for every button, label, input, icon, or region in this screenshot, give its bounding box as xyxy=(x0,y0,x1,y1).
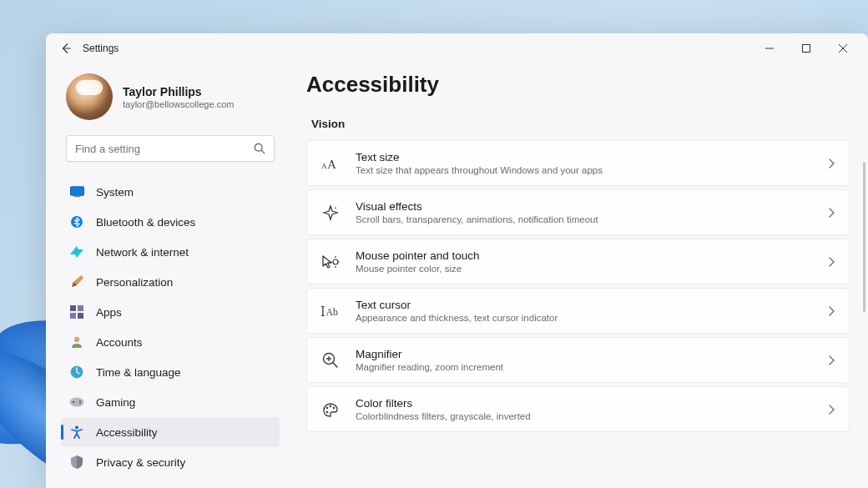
sidebar-item-label: System xyxy=(96,186,134,199)
sidebar-item-label: Personalization xyxy=(96,276,173,289)
sidebar-item-accounts[interactable]: Accounts xyxy=(61,327,280,357)
card-mouse-pointer[interactable]: Mouse pointer and touch Mouse pointer co… xyxy=(306,239,850,284)
window-title: Settings xyxy=(83,43,119,54)
svg-point-6 xyxy=(255,143,262,151)
card-title: Visual effects xyxy=(356,200,814,213)
settings-window: Settings Taylor Phillips taylor@bellowsc… xyxy=(46,33,868,488)
bluetooth-icon xyxy=(69,214,84,229)
scrollbar[interactable] xyxy=(863,162,865,312)
svg-point-30 xyxy=(326,406,329,409)
svg-point-19 xyxy=(73,401,74,403)
minimize-button[interactable] xyxy=(751,35,788,62)
sidebar-item-label: Accessibility xyxy=(96,426,158,439)
sidebar-item-label: Network & internet xyxy=(96,246,189,259)
card-text-cursor[interactable]: Ab Text cursor Appearance and thickness,… xyxy=(306,288,850,334)
sidebar-item-label: Accounts xyxy=(96,336,143,349)
magnifier-icon xyxy=(320,350,341,370)
apps-icon xyxy=(69,304,84,319)
search-box[interactable] xyxy=(66,135,275,162)
sidebar-item-label: Bluetooth & devices xyxy=(96,216,195,229)
accounts-icon xyxy=(69,335,84,350)
chevron-right-icon xyxy=(829,355,835,365)
profile-name: Taylor Phillips xyxy=(123,85,234,98)
svg-line-29 xyxy=(333,363,337,367)
card-title: Text size xyxy=(356,151,814,164)
svg-point-33 xyxy=(326,410,329,413)
sidebar-item-network[interactable]: Network & internet xyxy=(61,237,280,267)
card-text-size[interactable]: AA Text size Text size that appears thro… xyxy=(306,140,850,186)
chevron-right-icon xyxy=(829,405,835,415)
section-label: Vision xyxy=(311,118,850,130)
sidebar-item-accessibility[interactable]: Accessibility xyxy=(61,417,280,447)
mouse-pointer-icon xyxy=(320,252,341,272)
chevron-right-icon xyxy=(829,208,835,218)
sidebar-item-label: Time & language xyxy=(96,366,181,379)
card-magnifier[interactable]: Magnifier Magnifier reading, zoom increm… xyxy=(306,337,850,383)
svg-text:A: A xyxy=(321,161,327,169)
svg-text:Ab: Ab xyxy=(326,305,339,317)
sidebar-item-privacy[interactable]: Privacy & security xyxy=(61,447,280,477)
card-title: Text cursor xyxy=(356,299,814,311)
gaming-icon xyxy=(69,395,84,410)
text-size-icon: AA xyxy=(320,153,341,174)
svg-text:A: A xyxy=(327,157,336,170)
chevron-right-icon xyxy=(829,306,835,316)
card-title: Mouse pointer and touch xyxy=(356,249,814,262)
card-subtitle: Appearance and thickness, text cursor in… xyxy=(356,313,814,323)
maximize-button[interactable] xyxy=(788,35,825,62)
sidebar: Taylor Phillips taylor@bellowscollege.co… xyxy=(46,63,288,488)
svg-line-7 xyxy=(261,150,265,153)
time-icon xyxy=(69,365,84,380)
sidebar-item-label: Apps xyxy=(96,306,122,319)
color-filters-icon xyxy=(320,400,341,420)
card-subtitle: Mouse pointer color, size xyxy=(356,264,814,274)
svg-point-25 xyxy=(333,259,338,264)
card-subtitle: Colorblindness filters, grayscale, inver… xyxy=(356,411,814,421)
svg-point-32 xyxy=(333,406,336,409)
visual-effects-icon xyxy=(320,203,341,223)
profile[interactable]: Taylor Phillips taylor@bellowscollege.co… xyxy=(61,68,280,133)
chevron-right-icon xyxy=(829,257,835,267)
sidebar-item-label: Gaming xyxy=(96,396,135,409)
svg-rect-12 xyxy=(78,305,83,311)
minimize-icon xyxy=(765,44,774,53)
personalization-icon xyxy=(69,274,84,289)
svg-rect-13 xyxy=(70,313,76,319)
sidebar-item-time[interactable]: Time & language xyxy=(61,357,280,387)
card-visual-effects[interactable]: Visual effects Scroll bars, transparency… xyxy=(306,189,850,235)
search-input[interactable] xyxy=(75,143,254,155)
svg-point-21 xyxy=(79,403,81,405)
svg-rect-9 xyxy=(73,196,80,197)
chevron-right-icon xyxy=(829,158,835,169)
card-color-filters[interactable]: Color filters Colorblindness filters, gr… xyxy=(306,386,850,432)
card-subtitle: Text size that appears throughout Window… xyxy=(356,165,814,175)
svg-point-15 xyxy=(74,337,79,342)
card-title: Magnifier xyxy=(356,348,814,360)
svg-rect-11 xyxy=(70,305,76,311)
svg-rect-14 xyxy=(78,313,83,319)
sidebar-item-bluetooth[interactable]: Bluetooth & devices xyxy=(61,207,280,237)
sidebar-item-apps[interactable]: Apps xyxy=(61,297,280,327)
sidebar-item-gaming[interactable]: Gaming xyxy=(61,387,280,417)
card-title: Color filters xyxy=(356,397,814,410)
titlebar: Settings xyxy=(46,33,868,63)
sidebar-item-personalization[interactable]: Personalization xyxy=(61,267,280,297)
system-icon xyxy=(69,184,84,199)
back-button[interactable] xyxy=(53,35,79,62)
page-title: Accessibility xyxy=(306,72,850,98)
maximize-icon xyxy=(802,44,810,53)
close-button[interactable] xyxy=(825,35,861,62)
svg-rect-5 xyxy=(803,45,810,53)
profile-email: taylor@bellowscollege.com xyxy=(123,99,234,109)
privacy-icon xyxy=(69,455,84,470)
sidebar-item-system[interactable]: System xyxy=(61,177,280,207)
svg-rect-8 xyxy=(70,187,83,195)
search-icon xyxy=(254,143,265,154)
svg-point-18 xyxy=(70,398,84,407)
network-icon xyxy=(69,244,84,259)
sidebar-item-label: Privacy & security xyxy=(96,456,185,469)
svg-point-31 xyxy=(330,405,332,407)
settings-cards: AA Text size Text size that appears thro… xyxy=(306,140,850,432)
close-icon xyxy=(839,44,847,53)
nav: System Bluetooth & devices Network & int… xyxy=(61,177,280,477)
